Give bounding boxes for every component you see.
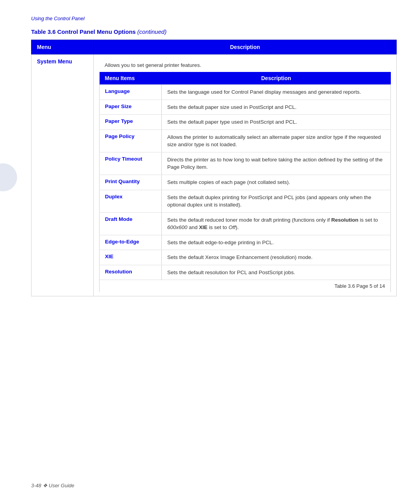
menu-item-name: Policy Timeout: [100, 152, 162, 175]
menu-item-description: Sets the default duplex printing for Pos…: [162, 190, 391, 212]
inner-table: Menu Items Description LanguageSets the …: [99, 72, 391, 292]
items-header: Menu Items: [100, 72, 162, 85]
table-row: ResolutionSets the default resolution fo…: [100, 265, 391, 280]
menu-item-description: Sets the default paper type used in Post…: [162, 115, 391, 130]
system-menu-content: Allows you to set general printer featur…: [94, 54, 397, 296]
menu-item-name: Print Quantity: [100, 175, 162, 190]
description-header: Description: [94, 40, 397, 54]
decorative-circle: [0, 163, 17, 191]
table-row: Edge-to-EdgeSets the default edge-to-edg…: [100, 235, 391, 250]
menu-item-name: XIE: [100, 250, 162, 265]
menu-header: Menu: [32, 40, 94, 54]
table-row: Page PolicyAllows the printer to automat…: [100, 130, 391, 152]
page-subtitle: Using the Control Panel: [31, 16, 397, 21]
menu-item-name: Duplex: [100, 190, 162, 212]
menu-item-name: Resolution: [100, 265, 162, 280]
menu-item-description: Sets the default reduced toner mode for …: [162, 212, 391, 235]
table-row: XIESets the default Xerox Image Enhancem…: [100, 250, 391, 265]
table-row: Draft ModeSets the default reduced toner…: [100, 212, 391, 235]
menu-item-description: Sets the default paper size used in Post…: [162, 100, 391, 115]
table-row: Paper TypeSets the default paper type us…: [100, 115, 391, 130]
menu-item-name: Paper Size: [100, 100, 162, 115]
menu-item-description: Sets the default resolution for PCL and …: [162, 265, 391, 280]
table-row: Policy TimeoutDirects the printer as to …: [100, 152, 391, 175]
system-menu-row: System Menu Allows you to set general pr…: [32, 54, 397, 296]
menu-item-description: Sets multiple copies of each page (not c…: [162, 175, 391, 190]
menu-item-name: Page Policy: [100, 130, 162, 152]
table-row: Paper SizeSets the default paper size us…: [100, 100, 391, 115]
table-row: DuplexSets the default duplex printing f…: [100, 190, 391, 212]
menu-item-name: Edge-to-Edge: [100, 235, 162, 250]
table-title: Table 3.6 Control Panel Menu Options (co…: [31, 28, 397, 35]
page-ref: Table 3.6 Page 5 of 14: [100, 280, 391, 292]
page-footer-row: Table 3.6 Page 5 of 14: [100, 280, 391, 292]
menu-item-name: Paper Type: [100, 115, 162, 130]
system-menu-intro: Allows you to set general printer featur…: [99, 58, 391, 72]
system-menu-label: System Menu: [32, 54, 94, 296]
menu-item-description: Sets the default Xerox Image Enhancement…: [162, 250, 391, 265]
table-row: Print QuantitySets multiple copies of ea…: [100, 175, 391, 190]
menu-item-name: Draft Mode: [100, 212, 162, 235]
menu-item-name: Language: [100, 85, 162, 100]
inner-description-header: Description: [162, 72, 391, 85]
main-header-row: Menu Description: [32, 40, 397, 54]
menu-item-description: Allows the printer to automatically sele…: [162, 130, 391, 152]
menu-item-description: Directs the printer as to how long to wa…: [162, 152, 391, 175]
table-row: LanguageSets the language used for Contr…: [100, 85, 391, 100]
main-table: Menu Description System Menu Allows you …: [31, 40, 397, 296]
footer-label: 3-48 ❖ User Guide: [31, 483, 74, 488]
inner-header-row: Menu Items Description: [100, 72, 391, 85]
menu-item-description: Sets the default edge-to-edge printing i…: [162, 235, 391, 250]
menu-item-description: Sets the language used for Control Panel…: [162, 85, 391, 100]
